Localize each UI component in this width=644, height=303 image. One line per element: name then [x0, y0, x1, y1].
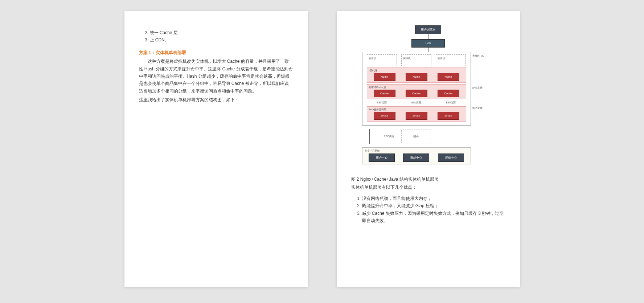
diagram-dashed-cache: 缓存 — [401, 130, 431, 143]
diagram-java-layer: Java业务逻辑层 Jboss Jboss Jboss — [367, 106, 466, 122]
diagram-side-label-static: 静态文件 — [472, 86, 487, 90]
diagram-node-nginx: Nginx — [406, 73, 427, 81]
diagram-side-label-html: 完整HTML — [472, 54, 487, 58]
document-page-right: 用户浏览器 LVS 完整HTML 静态文件 动态文件 实体机 实体机 实体机 7… — [337, 11, 520, 287]
diagram-cache-layer: 分布式Cache层 Cache Cache Cache — [367, 84, 466, 99]
diagram-esi-row: ESI/页面 ESI/页面 ESI/页面 — [365, 101, 468, 105]
diagram-node-browser: 用户浏览器 — [415, 25, 441, 34]
paragraph: 实体机单机部署有以下几个优点： — [351, 184, 505, 191]
diagram-node-user-center: 用户中心 — [369, 153, 395, 162]
diagram-node-jboss: Jboss — [374, 112, 395, 120]
diagram-node-cache: Cache — [438, 90, 459, 98]
numbered-list: 统一 Cache 层； 上 CDN。 — [139, 29, 293, 44]
diagram-node-jboss: Jboss — [438, 112, 459, 120]
diagram-layer-label: 分布式Cache层 — [369, 85, 386, 90]
diagram-node-nginx: Nginx — [374, 73, 395, 81]
list-item: 既能提升命中率，又能减少 Gzip 压缩； — [362, 202, 505, 209]
diagram-machine-label: 实体机 — [369, 56, 376, 61]
section-heading: 方案 1：实体机单机部署 — [139, 49, 293, 56]
diagram-node-product-center: 商品中心 — [403, 153, 429, 162]
diagram-esi-label: ESI/页面 — [411, 101, 421, 105]
diagram-proxy-layer: 7层代理 Nginx Nginx Nginx — [367, 67, 466, 83]
list-item: 上 CDN。 — [150, 36, 293, 44]
diagram-esi-label: ESI/页面 — [446, 101, 456, 105]
diagram-node-nginx: Nginx — [438, 73, 459, 81]
advantages-list: 没有网络瓶颈，而且能使用大内存； 既能提升命中率，又能减少 Gzip 压缩； 减… — [351, 195, 505, 225]
diagram-node-decor-center: 装修中心 — [438, 153, 464, 162]
paragraph: 这种方案是将虚拟机改为实体机，以增大 Cache 的容量，并且采用了一致性 Ha… — [139, 58, 293, 95]
diagram-machine-cluster: 完整HTML 静态文件 动态文件 实体机 实体机 实体机 7层代理 Nginx … — [362, 52, 471, 126]
architecture-diagram: 用户浏览器 LVS 完整HTML 静态文件 动态文件 实体机 实体机 实体机 7… — [351, 25, 505, 171]
diagram-centers-box: 各个中心系统 用户中心 商品中心 装修中心 — [362, 147, 471, 165]
list-item: 统一 Cache 层； — [150, 29, 293, 36]
diagram-node-jboss: Jboss — [406, 112, 427, 120]
diagram-machine-label: 实体机 — [438, 56, 445, 61]
diagram-machine-group: 实体机 — [436, 54, 466, 66]
diagram-node-lvs: LVS — [411, 39, 445, 48]
diagram-layer-label: Java业务逻辑层 — [369, 107, 387, 112]
diagram-machine-group: 实体机 — [367, 54, 397, 66]
diagram-centers-label: 各个中心系统 — [365, 149, 380, 153]
list-item: 减少 Cache 失效压力，因为采用定时失效方式，例如只缓存 3 秒钟，过期即自… — [362, 210, 505, 225]
document-page-left: 统一 Cache 层； 上 CDN。 方案 1：实体机单机部署 这种方案是将虚拟… — [124, 11, 308, 287]
diagram-rpc-label: RPC调用 — [384, 134, 394, 139]
diagram-node-cache: Cache — [406, 90, 427, 98]
diagram-machine-group: 实体机 — [401, 54, 431, 66]
diagram-node-cache: Cache — [374, 90, 395, 98]
diagram-machine-label: 实体机 — [403, 56, 411, 61]
diagram-esi-label: ESI/页面 — [377, 101, 387, 105]
list-item: 没有网络瓶颈，而且能使用大内存； — [362, 195, 505, 202]
diagram-side-label-dynamic: 动态文件 — [472, 106, 487, 110]
diagram-layer-label: 7层代理 — [369, 69, 378, 73]
paragraph: 这里我给出了实体机单机部署方案的结构图，如下： — [139, 96, 293, 103]
figure-caption: 图 2 Nginx+Cache+Java 结构实体机单机部署 — [351, 176, 505, 183]
